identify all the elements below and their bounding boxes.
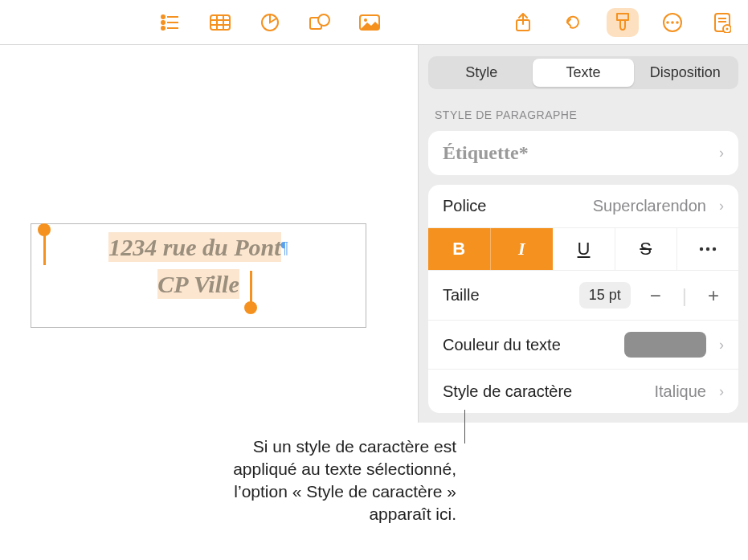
format-brush-icon[interactable] xyxy=(607,8,639,37)
selected-textbox[interactable]: 1234 rue du Pont¶ CP Ville xyxy=(31,223,366,328)
font-label: Police xyxy=(443,197,486,215)
character-style-value: Italique xyxy=(655,382,707,401)
size-row: Taille 15 pt − | + xyxy=(428,271,738,321)
document-canvas[interactable]: 1234 rue du Pont¶ CP Ville xyxy=(0,45,418,423)
strike-button[interactable]: S xyxy=(615,228,677,270)
chevron-right-icon: › xyxy=(719,198,724,215)
size-value[interactable]: 15 pt xyxy=(579,282,631,309)
font-row[interactable]: Police Superclarendon › xyxy=(428,185,738,228)
selection-start-caret[interactable] xyxy=(43,233,46,265)
paragraph-style-value: Étiquette* xyxy=(443,142,529,164)
text-color-label: Couleur du texte xyxy=(443,336,561,354)
chevron-right-icon: › xyxy=(719,145,724,161)
font-value: Superclarendon xyxy=(593,197,706,215)
shape-icon[interactable] xyxy=(304,8,336,37)
character-style-label: Style de caractère xyxy=(443,382,572,401)
size-label: Taille xyxy=(443,286,480,305)
table-icon[interactable] xyxy=(204,8,236,37)
font-style-buttons: B I U S xyxy=(428,228,738,271)
callout-text: Si un style de caractère est appliqué au… xyxy=(199,435,456,525)
svg-point-2 xyxy=(161,21,165,24)
tab-texte[interactable]: Texte xyxy=(533,59,635,87)
svg-point-18 xyxy=(666,21,669,24)
chevron-right-icon: › xyxy=(719,383,724,400)
svg-point-19 xyxy=(671,21,674,24)
list-icon[interactable] xyxy=(154,8,186,37)
paragraph-style-row[interactable]: Étiquette* › xyxy=(428,131,738,175)
tab-disposition[interactable]: Disposition xyxy=(634,59,736,87)
svg-point-13 xyxy=(318,14,329,26)
more-icon[interactable] xyxy=(656,8,689,37)
toolbar xyxy=(0,0,748,45)
format-inspector: Style Texte Disposition STYLE DE PARAGRA… xyxy=(418,45,748,423)
paragraph-style-section-label: STYLE DE PARAGRAPHE xyxy=(435,108,732,121)
document-settings-icon[interactable] xyxy=(706,8,738,37)
selected-text[interactable]: 1234 rue du Pont¶ CP Ville xyxy=(39,229,358,303)
toolbar-right-group xyxy=(507,8,738,37)
main-area: 1234 rue du Pont¶ CP Ville Style Texte D… xyxy=(0,45,748,423)
svg-point-26 xyxy=(700,247,703,251)
svg-point-0 xyxy=(161,15,165,18)
toolbar-left-group xyxy=(154,8,386,37)
undo-icon[interactable] xyxy=(557,8,589,37)
text-format-card: Police Superclarendon › B I U S Taille 1… xyxy=(428,185,738,413)
italic-button[interactable]: I xyxy=(490,228,553,270)
text-line-1: 1234 rue du Pont xyxy=(108,232,280,262)
underline-button[interactable]: U xyxy=(553,228,615,270)
svg-rect-6 xyxy=(211,15,230,30)
callout-leader-line xyxy=(464,410,465,444)
svg-point-15 xyxy=(364,18,367,22)
character-style-row[interactable]: Style de caractère Italique › xyxy=(428,370,738,413)
size-decrease-button[interactable]: − xyxy=(645,284,666,307)
more-text-options-button[interactable] xyxy=(677,228,738,270)
text-color-row[interactable]: Couleur du texte › xyxy=(428,321,738,370)
selection-end-handle[interactable] xyxy=(244,301,257,314)
pilcrow-icon: ¶ xyxy=(281,239,288,256)
svg-point-28 xyxy=(713,247,716,251)
svg-point-25 xyxy=(726,27,729,30)
paragraph-style-card: Étiquette* › xyxy=(428,131,738,175)
bold-button[interactable]: B xyxy=(428,228,490,270)
share-icon[interactable] xyxy=(507,8,539,37)
inspector-tabs: Style Texte Disposition xyxy=(428,56,738,89)
svg-point-20 xyxy=(676,21,679,24)
selection-end-caret[interactable] xyxy=(250,271,252,303)
svg-point-27 xyxy=(706,247,709,251)
tab-style[interactable]: Style xyxy=(431,59,533,87)
chart-icon[interactable] xyxy=(254,8,286,37)
text-line-2: CP Ville xyxy=(157,269,239,299)
size-increase-button[interactable]: + xyxy=(703,284,724,307)
chevron-right-icon: › xyxy=(719,337,724,354)
size-stepper: − | + xyxy=(645,284,724,307)
text-color-swatch[interactable] xyxy=(624,332,706,358)
media-icon[interactable] xyxy=(354,8,386,37)
svg-point-4 xyxy=(161,27,165,30)
selection-start-handle[interactable] xyxy=(38,223,51,236)
